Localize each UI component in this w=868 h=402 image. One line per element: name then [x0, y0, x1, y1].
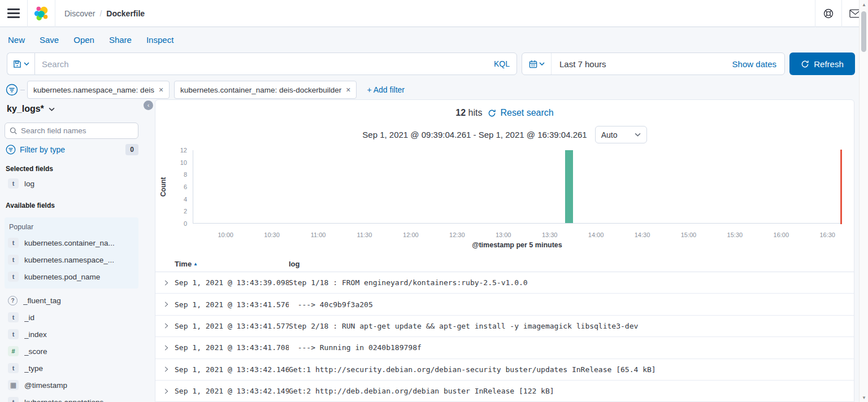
- row-timestamp: Sep 1, 2021 @ 13:43:41.576: [175, 300, 289, 309]
- column-header-time[interactable]: Time▲: [175, 260, 289, 268]
- popular-fields-block: Popular tkubernetes.container_na...tkube…: [5, 217, 138, 289]
- show-dates-button[interactable]: Show dates: [732, 59, 784, 69]
- field-name: _fluent_tag: [23, 296, 61, 305]
- open-button[interactable]: Open: [73, 35, 94, 45]
- field-item-_fluent_tag[interactable]: ?_fluent_tag: [5, 292, 155, 309]
- histogram-bar[interactable]: [565, 150, 573, 223]
- text-field-icon: t: [8, 178, 19, 189]
- text-field-icon: t: [8, 238, 19, 248]
- popular-label: Popular: [5, 221, 138, 234]
- field-item-kubernetes.pod_name[interactable]: tkubernetes.pod_name: [5, 268, 138, 285]
- remove-filter-icon[interactable]: ×: [159, 85, 163, 94]
- interval-select[interactable]: Auto: [595, 126, 647, 143]
- expand-row-icon[interactable]: [155, 344, 175, 351]
- x-axis-tick: 14:30: [635, 231, 650, 238]
- field-item-kubernetes.annotations....[interactable]: tkubernetes.annotations....: [5, 394, 155, 402]
- row-log-message: Get:2 http://deb.debian.org/debian buste…: [289, 387, 854, 395]
- filter-by-type-row: Filter by type 0: [5, 144, 138, 155]
- breadcrumb-page-title: Dockerfile: [106, 9, 145, 18]
- chevron-down-icon: [49, 107, 55, 111]
- page-scrollbar: ▲ ▼: [859, 0, 868, 402]
- y-axis-tick: 4: [155, 195, 187, 203]
- text-field-icon: t: [8, 397, 19, 402]
- available-fields-list: ?_fluent_tagt_idt_index#_scoret_type▦@ti…: [5, 292, 155, 402]
- scroll-down-arrow[interactable]: ▼: [860, 393, 868, 402]
- breadcrumb-discover[interactable]: Discover: [64, 9, 95, 18]
- x-axis-tick: 12:30: [449, 231, 465, 238]
- save-button[interactable]: Save: [40, 35, 59, 45]
- expand-row-icon[interactable]: [155, 366, 175, 373]
- app-header: Discover / Dockerfile: [0, 0, 868, 27]
- filter-type-count-badge: 0: [125, 144, 138, 155]
- field-item-_score[interactable]: #_score: [5, 343, 155, 360]
- time-range-row: Sep 1, 2021 @ 09:39:04.261 - Sep 1, 2021…: [155, 126, 854, 143]
- scroll-up-arrow[interactable]: ▲: [860, 0, 868, 9]
- field-item-@timestamp[interactable]: ▦@timestamp: [5, 377, 155, 394]
- menu-icon[interactable]: [0, 0, 27, 27]
- field-item-_index[interactable]: t_index: [5, 326, 155, 343]
- column-header-log[interactable]: log: [289, 260, 854, 268]
- date-quick-menu-button[interactable]: [522, 53, 552, 75]
- expand-row-icon[interactable]: [155, 301, 175, 308]
- help-button[interactable]: [815, 0, 841, 27]
- elastic-logo-icon[interactable]: [28, 0, 55, 27]
- text-field-icon: t: [8, 312, 19, 322]
- text-field-icon: t: [8, 272, 19, 282]
- x-axis-tick: 11:30: [357, 231, 372, 238]
- table-row: Sep 1, 2021 @ 13:43:41.708 ---> Running …: [155, 337, 854, 359]
- elastic-logo-icon: [33, 5, 50, 22]
- index-pattern-selector[interactable]: ky_logs*: [5, 104, 155, 114]
- row-timestamp: Sep 1, 2021 @ 13:43:42.149: [175, 387, 289, 395]
- refresh-button[interactable]: Refresh: [789, 53, 855, 75]
- kql-syntax-button[interactable]: KQL: [494, 59, 510, 68]
- breadcrumb-separator: /: [99, 9, 102, 18]
- row-log-message: Step 2/18 : RUN apt-get update && apt-ge…: [289, 322, 854, 330]
- row-log-message: Step 1/18 : FROM engineyard/kontainers:r…: [289, 278, 854, 287]
- collapse-sidebar-button[interactable]: ‹: [144, 100, 153, 110]
- saved-query-menu-button[interactable]: [7, 53, 34, 75]
- share-button[interactable]: Share: [109, 35, 132, 45]
- new-button[interactable]: New: [8, 35, 25, 45]
- field-item-_id[interactable]: t_id: [5, 309, 155, 326]
- divider: [55, 0, 55, 27]
- inspect-button[interactable]: Inspect: [146, 35, 173, 45]
- search-input[interactable]: [42, 59, 489, 69]
- field-item-kubernetes.namespace_...[interactable]: tkubernetes.namespace_...: [5, 251, 138, 268]
- field-name: kubernetes.container_na...: [24, 239, 115, 247]
- field-item-log[interactable]: tlog: [5, 175, 155, 192]
- expand-row-icon[interactable]: [155, 279, 175, 286]
- date-picker: Last 7 hours Show dates: [522, 53, 785, 75]
- chevron-down-icon: [635, 133, 641, 137]
- x-axis-tick: 15:30: [727, 231, 743, 238]
- calendar-icon: [529, 60, 537, 68]
- x-axis-tick: 13:00: [496, 231, 511, 238]
- search-icon: [10, 127, 18, 135]
- field-item-kubernetes.container_na...[interactable]: tkubernetes.container_na...: [5, 234, 138, 251]
- selected-fields-list: tlog: [5, 175, 155, 192]
- field-name: _score: [24, 347, 47, 356]
- breadcrumb: Discover / Dockerfile: [64, 9, 145, 18]
- field-search-box: [5, 123, 138, 139]
- expand-row-icon[interactable]: [155, 388, 175, 395]
- number-field-icon: #: [8, 346, 19, 356]
- table-row: Sep 1, 2021 @ 13:43:41.577Step 2/18 : RU…: [155, 316, 854, 337]
- chevron-down-icon: [539, 62, 545, 65]
- chart-plot-area: 10:0010:3011:0011:3012:0012:3013:0013:30…: [193, 150, 841, 224]
- refresh-icon: [801, 60, 809, 68]
- x-axis-tick: 13:30: [542, 231, 558, 238]
- add-filter-button[interactable]: + Add filter: [367, 85, 405, 94]
- y-axis-tick: 0: [155, 220, 187, 228]
- time-range-value[interactable]: Last 7 hours: [552, 59, 732, 69]
- filter-options-icon[interactable]: [6, 84, 18, 96]
- filter-by-type-button[interactable]: Filter by type: [20, 145, 65, 154]
- scrollbar-thumb[interactable]: [861, 11, 866, 52]
- row-log-message: ---> Running in 0240b189798f: [289, 343, 854, 352]
- remove-filter-icon[interactable]: ×: [346, 85, 350, 94]
- expand-row-icon[interactable]: [155, 322, 175, 329]
- field-name: kubernetes.annotations....: [24, 398, 112, 402]
- field-search-input[interactable]: [21, 126, 133, 135]
- chevron-down-icon: [24, 62, 29, 65]
- field-item-_type[interactable]: t_type: [5, 360, 155, 377]
- reset-search-button[interactable]: Reset search: [488, 108, 553, 118]
- selected-fields-heading: Selected fields: [5, 165, 155, 173]
